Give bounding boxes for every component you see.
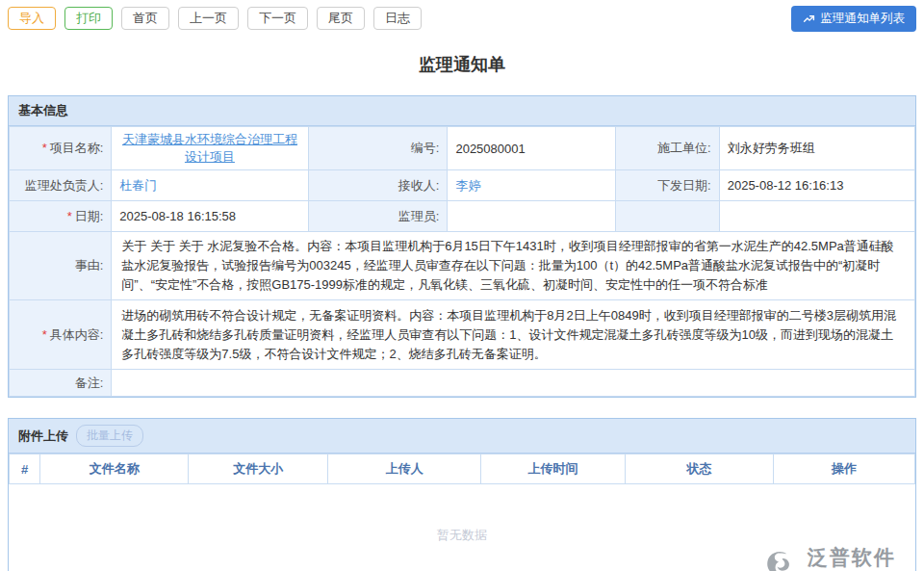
print-button[interactable]: 打印 — [64, 7, 113, 30]
col-file-name: 文件名称 — [39, 454, 188, 484]
content-value: 进场的砌筑用砖不符合设计规定，无备案证明资料。内容：本项目监理机构于8月2日上午… — [112, 300, 915, 370]
page-title: 监理通知单 — [0, 53, 924, 76]
remark-value — [112, 370, 915, 397]
project-name-link[interactable]: 天津蒙城县水环境综合治理工程设计项目 — [122, 132, 297, 164]
empty-data-text: 暂无数据 — [9, 484, 915, 544]
basic-info-section: 基本信息 *项目名称: 天津蒙城县水环境综合治理工程设计项目 编号: 20250… — [8, 95, 916, 398]
basic-info-table: *项目名称: 天津蒙城县水环境综合治理工程设计项目 编号: 2025080001… — [9, 126, 915, 397]
reason-value: 关于 关于 关于 水泥复验不合格。内容：本项目监理机构于6月15日下午1431时… — [112, 232, 915, 300]
col-index: # — [10, 454, 40, 484]
fanpu-logo-icon — [764, 550, 793, 571]
date-value: 2025-08-18 16:15:58 — [112, 201, 308, 232]
project-name-label: *项目名称: — [10, 127, 112, 170]
issue-date-label: 下发日期: — [615, 170, 719, 201]
last-page-button[interactable]: 尾页 — [317, 7, 365, 30]
first-page-button[interactable]: 首页 — [121, 7, 169, 30]
receiver-link[interactable]: 李婷 — [455, 178, 480, 193]
col-status: 状态 — [625, 454, 773, 484]
batch-upload-button[interactable]: 批量上传 — [76, 425, 143, 447]
required-marker: * — [42, 327, 47, 342]
toolbar: 导入 打印 首页 上一页 下一页 尾页 日志 监理通知单列表 — [0, 0, 924, 31]
remark-label: 备注: — [10, 370, 112, 397]
content-label: *具体内容: — [10, 300, 112, 370]
supervisor-head-value: 杜春门 — [112, 170, 308, 201]
supervisor-label: 监理员: — [308, 201, 448, 232]
attachments-empty-body: 暂无数据 泛普软件 www.fanpusoft.com — [9, 484, 915, 571]
trending-up-icon — [803, 13, 815, 25]
basic-info-title: 基本信息 — [18, 102, 68, 119]
project-name-value: 天津蒙城县水环境综合治理工程设计项目 — [112, 127, 308, 170]
required-marker: * — [42, 141, 47, 155]
log-button[interactable]: 日志 — [373, 7, 422, 30]
col-actions: 操作 — [774, 454, 915, 484]
issue-date-value: 2025-08-12 16:16:13 — [719, 170, 914, 201]
vendor-watermark: 泛普软件 www.fanpusoft.com — [764, 547, 906, 571]
attachments-table: # 文件名称 文件大小 上传人 上传时间 状态 操作 — [9, 454, 915, 484]
supervisor-head-link[interactable]: 杜春门 — [119, 178, 157, 193]
attachments-header: 附件上传 批量上传 — [9, 419, 915, 454]
col-upload-time: 上传时间 — [481, 454, 626, 484]
receiver-label: 接收人: — [308, 170, 448, 201]
prev-page-button[interactable]: 上一页 — [178, 7, 239, 30]
import-button[interactable]: 导入 — [8, 7, 56, 30]
construction-unit-value: 刘永好劳务班组 — [719, 127, 914, 170]
empty-value-cell — [719, 201, 914, 232]
empty-label-cell — [615, 201, 719, 232]
attachments-title: 附件上传 — [18, 428, 68, 445]
reason-label: 事由: — [10, 232, 112, 300]
attachments-section: 附件上传 批量上传 # 文件名称 文件大小 上传人 上传时间 状态 操作 暂无数… — [8, 418, 916, 571]
receiver-value: 李婷 — [448, 170, 615, 201]
required-marker: * — [67, 209, 72, 223]
col-file-size: 文件大小 — [189, 454, 328, 484]
notice-list-button[interactable]: 监理通知单列表 — [791, 6, 917, 32]
col-uploader: 上传人 — [328, 454, 481, 484]
next-page-button[interactable]: 下一页 — [247, 7, 308, 30]
supervisor-value — [448, 201, 615, 232]
construction-unit-label: 施工单位: — [615, 127, 719, 170]
number-label: 编号: — [308, 127, 448, 170]
date-label: *日期: — [10, 201, 112, 232]
notice-list-button-label: 监理通知单列表 — [821, 11, 906, 27]
vendor-brand-text: 泛普软件 — [808, 547, 896, 567]
number-value: 2025080001 — [448, 127, 615, 170]
basic-info-header: 基本信息 — [9, 96, 915, 126]
supervisor-head-label: 监理处负责人: — [10, 170, 112, 201]
